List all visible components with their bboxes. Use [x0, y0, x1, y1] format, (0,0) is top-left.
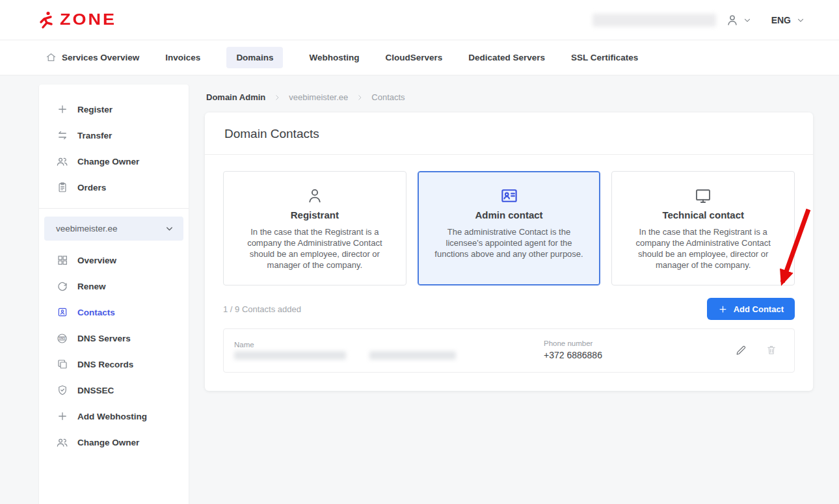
people-icon — [56, 436, 68, 449]
nav-webhosting[interactable]: Webhosting — [309, 47, 359, 68]
language-selector[interactable]: ENG — [771, 15, 805, 25]
brand-wordmark: ZONE — [60, 10, 116, 29]
contact-type-registrant[interactable]: Registrant In the case that the Registra… — [223, 171, 406, 285]
contact-type-title: Admin contact — [430, 209, 589, 220]
nav-label: Domains — [236, 53, 273, 62]
contacts-counter: 1 / 9 Contacts added — [223, 304, 301, 314]
nav-invoices[interactable]: Invoices — [165, 47, 200, 68]
nav-dedicated-servers[interactable]: Dedicated Servers — [468, 47, 545, 68]
sidebar-divider — [39, 208, 189, 209]
phone-label: Phone number — [544, 339, 602, 347]
breadcrumb-domain-admin[interactable]: Domain Admin — [206, 92, 265, 102]
sidebar-item-add-webhosting[interactable]: Add Webhosting — [39, 403, 189, 429]
nav-label: Invoices — [165, 53, 200, 62]
home-icon — [46, 52, 57, 63]
add-contact-button[interactable]: Add Contact — [707, 298, 795, 320]
top-header: ZONE ENG — [0, 0, 839, 40]
card-header: Domain Contacts — [205, 113, 813, 155]
sidebar-item-renew[interactable]: Renew — [39, 273, 189, 299]
nav-domains[interactable]: Domains — [226, 47, 283, 68]
plus-icon — [56, 410, 68, 422]
sidebar-label: Contacts — [77, 308, 115, 317]
domain-selector[interactable]: veebimeister.ee — [44, 217, 183, 241]
grid-icon — [56, 254, 68, 266]
contact-email-redacted — [369, 351, 456, 360]
contact-type-technical[interactable]: Technical contact In the case that the R… — [611, 171, 795, 285]
transfer-arrows-icon — [56, 129, 68, 141]
contact-name-redacted — [234, 351, 346, 360]
contacts-counter-row: 1 / 9 Contacts added Add Contact — [223, 298, 795, 320]
nav-label: SSL Certificates — [571, 53, 638, 62]
plus-icon — [718, 304, 728, 314]
sidebar-item-overview[interactable]: Overview — [39, 247, 189, 273]
zone-logo[interactable]: ZONE — [38, 10, 116, 30]
contact-type-title: Registrant — [235, 209, 394, 220]
nav-services-overview[interactable]: Services Overview — [46, 46, 139, 69]
shield-check-icon — [56, 384, 68, 396]
page: ZONE ENG — [0, 0, 839, 504]
selected-domain: veebimeister.ee — [56, 224, 118, 233]
edit-contact-icon[interactable] — [735, 344, 747, 356]
sidebar-item-dns-records[interactable]: DNS Records — [39, 351, 189, 377]
contact-type-title: Technical contact — [624, 209, 782, 220]
sidebar-item-dns-servers[interactable]: DNS DNS Servers — [39, 325, 189, 351]
sidebar-item-transfer[interactable]: Transfer — [39, 122, 189, 148]
sidebar-item-change-owner-2[interactable]: Change Owner — [39, 429, 189, 455]
id-card-icon — [430, 186, 589, 206]
clipboard-icon — [56, 181, 68, 193]
domain-contacts-card: Domain Contacts Registrant In the case t… — [205, 113, 813, 391]
sidebar-label: DNS Records — [77, 360, 133, 369]
renew-icon — [56, 280, 68, 292]
sidebar-label: Renew — [77, 282, 106, 291]
contact-type-description: In the case that the Registrant is a com… — [235, 226, 394, 271]
chevron-down-icon — [165, 224, 174, 233]
sidebar-item-register[interactable]: Register — [39, 96, 189, 122]
main-navigation: Services Overview Invoices Domains Webho… — [0, 40, 839, 75]
sidebar-label: DNSSEC — [77, 386, 114, 395]
breadcrumb-contacts: Contacts — [371, 92, 405, 102]
sidebar-label: Add Webhosting — [77, 412, 147, 421]
sidebar-label: Overview — [77, 256, 116, 265]
delete-contact-icon[interactable] — [766, 344, 777, 356]
plus-icon — [56, 103, 68, 115]
sidebar-label: Orders — [77, 183, 106, 192]
language-label: ENG — [771, 15, 791, 25]
contact-list-item: Name Phone number +372 6886886 — [223, 328, 795, 373]
name-label: Name — [234, 341, 369, 349]
nav-label: Webhosting — [309, 53, 359, 62]
person-icon — [235, 186, 394, 206]
svg-text:DNS: DNS — [59, 337, 65, 340]
sidebar-label: Change Owner — [77, 438, 139, 447]
monitor-icon — [624, 186, 782, 206]
chevron-down-icon — [796, 16, 805, 25]
sidebar-item-orders[interactable]: Orders — [39, 174, 189, 200]
nav-cloudservers[interactable]: CloudServers — [385, 47, 442, 68]
running-man-icon — [38, 10, 55, 30]
sidebar-item-contacts[interactable]: Contacts — [39, 299, 189, 325]
contact-type-description: The administrative Contact is the licens… — [430, 226, 589, 259]
page-title: Domain Contacts — [224, 127, 793, 141]
contact-type-row: Registrant In the case that the Registra… — [223, 171, 795, 285]
sidebar-label: DNS Servers — [77, 334, 131, 343]
sidebar-label: Register — [77, 105, 113, 114]
breadcrumb-domain[interactable]: veebimeister.ee — [289, 92, 348, 102]
chevron-right-icon — [356, 94, 364, 101]
user-icon — [725, 13, 739, 27]
nav-ssl-certificates[interactable]: SSL Certificates — [571, 47, 638, 68]
sidebar-item-dnssec[interactable]: DNSSEC — [39, 377, 189, 403]
nav-label: Dedicated Servers — [468, 53, 545, 62]
account-menu[interactable] — [725, 13, 752, 27]
copy-icon — [56, 358, 68, 370]
sidebar-label: Transfer — [77, 131, 112, 140]
dns-globe-icon: DNS — [56, 332, 68, 345]
chevron-down-icon — [743, 16, 752, 25]
people-icon — [56, 155, 68, 168]
sidebar-item-change-owner[interactable]: Change Owner — [39, 148, 189, 174]
main-content: Domain Admin veebimeister.ee Contacts Do… — [205, 90, 813, 391]
contact-type-admin[interactable]: Admin contact The administrative Contact… — [418, 171, 601, 285]
nav-label: Services Overview — [62, 53, 139, 62]
add-contact-label: Add Contact — [734, 304, 784, 314]
contact-type-description: In the case that the Registrant is a com… — [624, 226, 782, 271]
breadcrumb: Domain Admin veebimeister.ee Contacts — [205, 90, 813, 113]
nav-label: CloudServers — [385, 53, 442, 62]
